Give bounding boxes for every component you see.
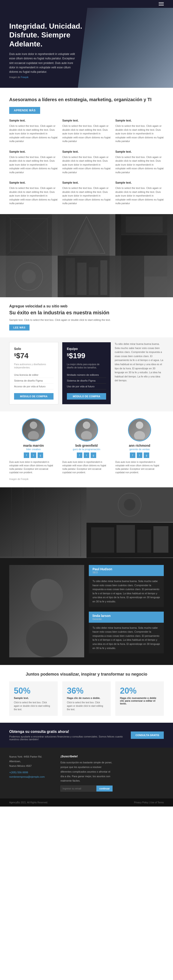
svg-rect-30	[0, 487, 87, 557]
asesor-item-9-text: Click to select the text box. Click agai…	[115, 186, 164, 205]
consulta-desc: Podemos ayudarle a encontrar soluciones …	[9, 735, 131, 741]
ann-desc: Duis aute irure dolor in reprehenderit i…	[115, 460, 164, 474]
footer-phone[interactable]: +(305) 556-9999	[9, 771, 28, 774]
stats-grid: 50% Sample text. Click to select the tex…	[9, 681, 164, 716]
pricing-section: Solo $$74 Para autónomos y diseñadores i…	[0, 337, 173, 411]
asesor-item-4-text: Click to select the text box. Click agai…	[9, 155, 58, 174]
solo-feature-1: Una licencia de editor	[14, 372, 54, 378]
big-photo-right-top	[87, 487, 173, 523]
newsletter-submit-button[interactable]: continuar	[97, 786, 113, 792]
maria-twitter-btn[interactable]: t	[31, 452, 36, 458]
svg-point-49	[26, 620, 68, 657]
team-card-ann: ann richmond gerente de ventas f t g Dui…	[115, 418, 164, 474]
svg-point-41	[124, 499, 135, 511]
svg-point-28	[134, 431, 145, 439]
asesor-item-1: Sample text. Click to select the text bo…	[9, 118, 58, 145]
svg-rect-15	[66, 258, 75, 295]
asesor-item-4-bold: Sample text.	[9, 150, 58, 154]
hero-credit-link[interactable]: Freepik	[21, 76, 29, 78]
maria-avatar	[22, 418, 45, 441]
stat-label-2: Haga clic de nuevo o doble.	[67, 697, 106, 699]
ann-facebook-btn[interactable]: f	[130, 452, 135, 458]
asesor-item-5: Sample text. Click to select the text bo…	[62, 150, 111, 176]
stat-label-1: Sample text.	[14, 697, 53, 699]
bob-role: gurú de la programación	[62, 448, 111, 450]
footer-newsletter-title: ¡Suscríbete!	[60, 754, 113, 758]
stat-card-2: 36% Haga clic de nuevo o doble. Click to…	[62, 681, 111, 716]
equipo-feature-1: Ilimitado número de editores	[67, 372, 106, 378]
bob-name: bob greenfield	[62, 444, 111, 447]
stat-card-3: 20% Haga clic nuevamente o doble clic pa…	[115, 681, 164, 716]
footer-email[interactable]: nombreempresa@ejemplo.com	[9, 775, 45, 778]
stat-number-3: 20%	[120, 686, 159, 696]
svg-rect-46	[153, 526, 168, 553]
asesor-grid: Sample text. Click to select the text bo…	[9, 118, 164, 207]
bob-twitter-btn[interactable]: t	[84, 452, 89, 458]
svg-point-24	[28, 431, 39, 439]
newsletter-email-input[interactable]	[60, 786, 97, 792]
bob-google-btn[interactable]: g	[90, 452, 96, 458]
asesor-item-1-text: Click to select the text box. Click agai…	[9, 124, 58, 143]
paul-profile-bar[interactable]: Paul Hudson SEO	[89, 565, 164, 576]
team-grid: maría marrón líder creativo f t g Duis a…	[9, 418, 164, 474]
linda-title: Gerente	[92, 617, 111, 620]
asesor-item-3-text: Click to select the text box. Click agai…	[115, 124, 164, 143]
equipo-buy-button[interactable]: Módulo de Compra	[67, 393, 106, 399]
velocity-desc: Sample text. Click to select the text bo…	[9, 318, 164, 322]
svg-rect-21	[144, 256, 167, 277]
paul-title: SEO	[92, 571, 112, 574]
asesor-item-5-text: Click to select the text box. Click agai…	[62, 155, 111, 174]
hero-section: Integridad. Unicidad. Disfrute. Siempre …	[0, 8, 173, 88]
asesor-section: Asesoramos a líderes en estrategia, mark…	[0, 88, 173, 214]
maria-google-btn[interactable]: g	[38, 452, 43, 458]
maria-role: líder creativo	[9, 448, 58, 450]
bob-social: f t g	[62, 452, 111, 458]
photo-cell-3	[115, 214, 173, 256]
solo-feature-3: Acceso de por vida al futuro	[14, 383, 54, 390]
asesor-item-7: Sample text. Click to select the text bo…	[9, 181, 58, 207]
svg-rect-45	[137, 530, 151, 553]
svg-rect-22	[144, 277, 167, 297]
equipo-feature-3: Uso de por vida al futuro	[67, 383, 106, 390]
paul-name: Paul Hudson	[92, 567, 112, 571]
svg-point-23	[30, 422, 37, 429]
footer-copyright: AgencyBiz 2021. All Rights Reserved.	[9, 801, 48, 804]
maria-facebook-btn[interactable]: f	[24, 452, 29, 458]
dark-profiles-section: Paul Hudson SEO Tu sitio debe mirar buen…	[0, 558, 173, 665]
aprende-mas-button[interactable]: APRENDE MÁS	[9, 107, 40, 114]
maria-desc: Duis aute irure dolor in reprehenderit i…	[9, 460, 58, 474]
team-card-bob: bob greenfield gurú de la programación f…	[62, 418, 111, 474]
asesor-item-7-bold: Sample text.	[9, 181, 58, 185]
maria-name: maría marrón	[9, 444, 58, 447]
asesor-item-1-bold: Sample text.	[9, 118, 58, 123]
ann-google-btn[interactable]: g	[144, 452, 149, 458]
pricing-card-solo: Solo $$74 Para autónomos y diseñadores i…	[9, 342, 58, 404]
linda-profile-bar[interactable]: linda larson Gerente	[89, 612, 164, 623]
lee-mas-button[interactable]: LEE MÁS	[9, 325, 30, 331]
pricing-right-text: Tu sitio debe mirar buena buena buena. S…	[115, 342, 164, 383]
dark-profile-paul: Paul Hudson SEO Tu sitio debe mirar buen…	[89, 565, 164, 607]
footer-links: Privacy Policy | Use of Terms	[134, 801, 164, 804]
dark-profile-linda: linda larson Gerente Tu sitio debe mirar…	[89, 612, 164, 654]
maria-avatar-img	[22, 419, 44, 441]
asesor-item-6-bold: Sample text.	[115, 150, 164, 154]
photo-cell-4	[0, 256, 58, 297]
profiles-right: Paul Hudson SEO Tu sitio debe mirar buen…	[89, 565, 164, 658]
asesor-item-6-text: Click to select the text box. Click agai…	[115, 155, 164, 174]
asesor-item-3-bold: Sample text.	[115, 118, 164, 123]
solo-buy-button[interactable]: Módulo de Compra	[14, 393, 54, 399]
consulta-title: Obtenga su consulta gratis ahora!	[9, 730, 131, 734]
velocity-section: Agregue velocidad a su sitio web Su éxit…	[0, 297, 173, 338]
solo-price: $$74	[14, 352, 54, 360]
hamburger-menu[interactable]	[159, 2, 164, 6]
ann-twitter-btn[interactable]: t	[137, 452, 142, 458]
consulta-section: Obtenga su consulta gratis ahora! Podemo…	[0, 723, 173, 748]
footer-bottom: AgencyBiz 2021. All Rights Reserved. Pri…	[0, 799, 173, 807]
consulta-button[interactable]: CONSULTA GRATIS	[131, 732, 164, 739]
equipo-desc: La mejor oferta para equipos de diseño d…	[67, 363, 106, 369]
photo-cell-1	[0, 214, 58, 256]
velocity-title: Agregue velocidad a su sitio web	[9, 304, 164, 309]
photo-grid	[0, 214, 173, 297]
photo-cell-6	[115, 256, 173, 297]
bob-facebook-btn[interactable]: f	[77, 452, 83, 458]
